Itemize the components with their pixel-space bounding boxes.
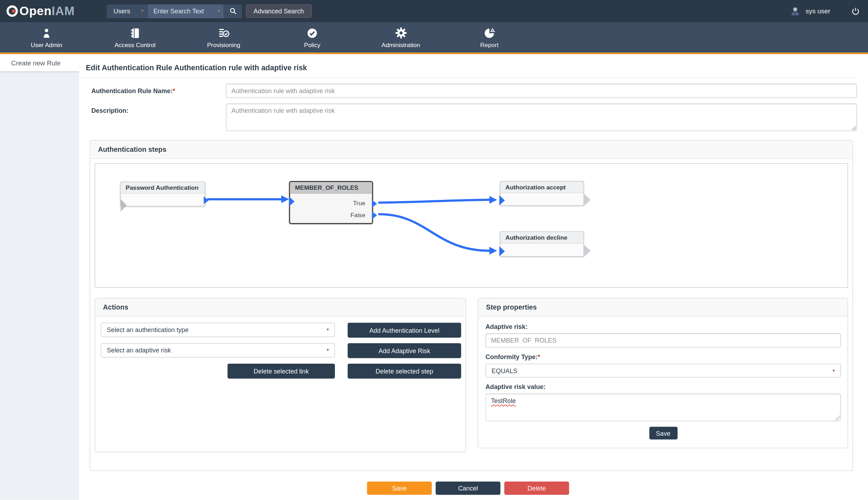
add-adaptive-risk-button[interactable]: Add Adaptive Risk: [348, 343, 461, 358]
administration-icon: [394, 27, 407, 39]
cancel-button[interactable]: Cancel: [436, 481, 500, 495]
policy-icon: [306, 27, 318, 39]
delete-button[interactable]: Delete: [504, 481, 569, 495]
nav-item-provisioning[interactable]: Provisioning: [179, 22, 268, 53]
step-properties-panel: Step properties Adaptive risk: Conformit…: [478, 298, 848, 448]
output-label-false: False: [350, 212, 365, 218]
search-button[interactable]: [224, 4, 242, 18]
advanced-search-button[interactable]: Advanced Search: [246, 5, 312, 18]
access-control-icon: [129, 27, 141, 39]
adaptive-risk-input[interactable]: [486, 333, 841, 348]
nav-label: Access Control: [115, 41, 156, 48]
rule-name-input[interactable]: [226, 84, 857, 98]
adaptive-risk-value-textarea[interactable]: TestRole: [486, 394, 841, 421]
node-title: Password Authentication: [121, 182, 205, 194]
selected-value: Select an authentication type: [107, 326, 189, 333]
nav-label: Policy: [304, 41, 320, 48]
logo-o-icon: [6, 5, 19, 18]
nav-label: Report: [480, 41, 499, 48]
required-asterisk: *: [173, 87, 175, 94]
input-port[interactable]: [121, 199, 127, 212]
step-properties-save-button[interactable]: Save: [649, 427, 677, 440]
search-icon: [228, 7, 237, 15]
authentication-steps-heading: Authentication steps: [90, 141, 853, 159]
chevron-down-icon: ▾: [141, 9, 143, 13]
app-root: OpenIAM Users ▾ Enter Search Text ▾ Adva…: [0, 0, 868, 500]
nav-label: User Admin: [31, 41, 63, 48]
openiam-logo[interactable]: OpenIAM: [6, 4, 75, 18]
node-authorization-decline[interactable]: Authorization decline: [500, 231, 584, 257]
output-port-true[interactable]: [372, 200, 377, 208]
chevron-down-icon: ▾: [833, 368, 835, 373]
required-asterisk: *: [538, 354, 540, 361]
search-category-select[interactable]: Users ▾: [107, 4, 148, 18]
output-port[interactable]: [583, 193, 590, 207]
top-bar: OpenIAM Users ▾ Enter Search Text ▾ Adva…: [0, 0, 868, 22]
rule-name-row: Authentication Rule Name:*: [91, 84, 857, 98]
page-title: Edit Authentication Rule Authentication …: [79, 54, 857, 78]
flow-canvas[interactable]: Password Authentication MEMBER_OF_ROLES …: [95, 163, 848, 288]
output-port[interactable]: [583, 244, 590, 258]
logo-text-iam: IAM: [52, 4, 75, 18]
conformity-type-label: Conformity Type:*: [486, 354, 841, 361]
delete-selected-step-button[interactable]: Delete selected step: [348, 364, 461, 379]
add-authentication-level-button[interactable]: Add Authentication Level: [348, 323, 461, 338]
description-textarea[interactable]: [226, 104, 857, 131]
nav-item-report[interactable]: Report: [445, 22, 534, 53]
save-button[interactable]: Save: [367, 481, 432, 495]
node-member-of-roles[interactable]: MEMBER_OF_ROLES True False: [289, 181, 373, 224]
nav-item-administration[interactable]: Administration: [356, 22, 445, 53]
chevron-down-icon: ▾: [326, 348, 329, 353]
selected-value: EQUALS: [492, 367, 518, 374]
power-icon: [851, 6, 860, 16]
main-nav: User Admin Access Control: [0, 22, 868, 53]
report-icon: [483, 27, 495, 39]
authentication-steps-panel: Authentication steps: [90, 140, 853, 471]
form-footer-buttons: Save Cancel Delete: [79, 481, 857, 495]
output-port[interactable]: [204, 196, 209, 204]
search-category-value: Users: [114, 8, 130, 14]
link-false-to-decline: [379, 214, 489, 251]
node-title: Authorization decline: [500, 232, 583, 243]
input-port[interactable]: [499, 246, 505, 256]
nav-label: Provisioning: [207, 41, 240, 48]
authentication-type-select[interactable]: Select an authentication type ▾: [101, 323, 335, 337]
output-port-false[interactable]: [372, 212, 377, 219]
user-area: sys user: [790, 0, 860, 22]
chevron-down-icon: ▾: [218, 9, 220, 13]
nav-item-user-admin[interactable]: User Admin: [2, 22, 91, 53]
search-input[interactable]: Enter Search Text ▾: [148, 4, 224, 18]
username-label[interactable]: sys user: [805, 7, 830, 15]
adaptive-risk-select[interactable]: Select an adaptive risk ▾: [101, 343, 335, 358]
step-properties-heading: Step properties: [478, 298, 848, 317]
global-search: Users ▾ Enter Search Text ▾: [107, 4, 242, 18]
resize-handle[interactable]: [835, 415, 840, 420]
delete-selected-link-button[interactable]: Delete selected link: [227, 364, 335, 379]
description-label: Description:: [91, 104, 226, 134]
logout-button[interactable]: [851, 6, 860, 16]
nav-item-policy[interactable]: Policy: [268, 22, 356, 53]
node-title: MEMBER_OF_ROLES: [290, 182, 372, 194]
description-row: Description:: [91, 104, 857, 134]
adaptive-risk-label: Adaptive risk:: [486, 323, 841, 330]
node-authorization-accept[interactable]: Authorization accept: [500, 181, 584, 206]
node-password-authentication[interactable]: Password Authentication: [120, 182, 206, 207]
flow-links: [95, 164, 848, 287]
input-port[interactable]: [289, 196, 294, 206]
nav-item-access-control[interactable]: Access Control: [91, 22, 179, 53]
nav-label: Administration: [382, 41, 420, 48]
actions-panel: Actions Select an authentication type ▾ …: [95, 298, 466, 452]
search-placeholder: Enter Search Text: [153, 8, 204, 14]
sidebar-item-create-new-rule[interactable]: Create new Rule: [0, 54, 79, 71]
input-port[interactable]: [499, 195, 505, 205]
chevron-down-icon: ▾: [326, 328, 329, 332]
avatar[interactable]: [790, 6, 801, 17]
link-true-to-accept: [379, 200, 489, 203]
adaptive-risk-value-label: Adaptive risk value:: [486, 384, 841, 390]
logo-text-open: Open: [19, 4, 52, 18]
actions-heading: Actions: [95, 298, 466, 317]
sidebar: Create new Rule: [0, 54, 79, 500]
output-label-true: True: [353, 200, 365, 207]
conformity-type-select[interactable]: EQUALS ▾: [486, 364, 841, 377]
selected-value: Select an adaptive risk: [107, 347, 171, 354]
